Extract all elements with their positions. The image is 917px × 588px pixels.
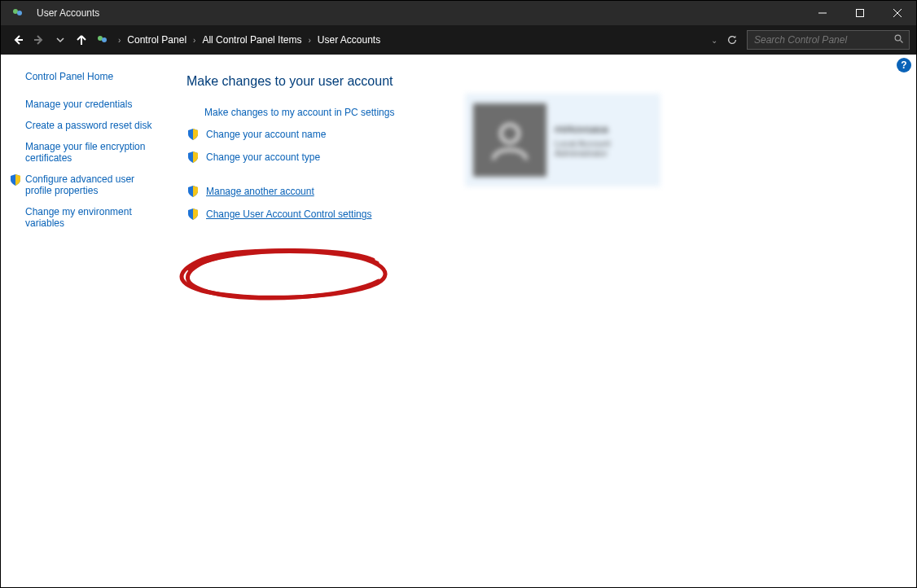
sidebar-item-label[interactable]: Manage your file encryption certificates bbox=[25, 141, 159, 164]
window-system-buttons bbox=[804, 1, 916, 25]
up-button[interactable] bbox=[71, 29, 92, 51]
forward-button[interactable] bbox=[29, 29, 50, 51]
user-name: mirkovsasa bbox=[555, 123, 611, 135]
breadcrumb: › Control Panel › All Control Panel Item… bbox=[115, 29, 384, 51]
sidebar-item-env-variables: Change my environment variables bbox=[25, 206, 159, 229]
sidebar-item-label[interactable]: Create a password reset disk bbox=[25, 120, 151, 131]
action-link[interactable]: Change your account name bbox=[206, 129, 326, 140]
chevron-right-icon: › bbox=[115, 36, 124, 45]
sidebar-item-label[interactable]: Configure advanced user profile properti… bbox=[25, 173, 159, 196]
sidebar-item-password-reset-disk: Create a password reset disk bbox=[25, 120, 159, 131]
recent-dropdown-button[interactable] bbox=[50, 29, 71, 51]
address-dropdown-button[interactable]: ⌄ bbox=[711, 36, 717, 45]
shield-icon bbox=[186, 128, 200, 141]
minimize-button[interactable] bbox=[804, 1, 841, 25]
breadcrumb-item[interactable]: All Control Panel Items bbox=[199, 34, 305, 46]
breadcrumb-item[interactable]: User Accounts bbox=[314, 34, 384, 46]
svg-point-12 bbox=[501, 125, 519, 143]
shield-icon bbox=[186, 208, 200, 221]
app-icon bbox=[11, 6, 25, 20]
sidebar-item-advanced-profile: Configure advanced user profile properti… bbox=[25, 173, 159, 196]
svg-point-10 bbox=[895, 35, 901, 41]
sidebar-item-manage-credentials: Manage your credentials bbox=[25, 99, 159, 110]
shield-icon bbox=[186, 185, 200, 198]
breadcrumb-icon bbox=[95, 33, 110, 47]
user-info: mirkovsasa Local Account Administrator bbox=[555, 123, 611, 158]
search-input[interactable] bbox=[752, 33, 889, 46]
content-area: ? Control Panel Home Manage your credent… bbox=[1, 55, 916, 587]
action-manage-another-account: Manage another account bbox=[186, 185, 900, 198]
chevron-right-icon: › bbox=[190, 36, 199, 45]
sidebar-item-file-encryption-certs: Manage your file encryption certificates bbox=[25, 141, 159, 164]
shield-icon bbox=[9, 173, 22, 189]
action-link[interactable]: Change your account type bbox=[206, 151, 320, 163]
sidebar-item-label[interactable]: Change my environment variables bbox=[25, 206, 159, 229]
action-change-uac-settings: Change User Account Control settings bbox=[186, 208, 900, 221]
svg-point-1 bbox=[17, 11, 22, 15]
search-icon[interactable] bbox=[894, 34, 904, 46]
main-panel: Make changes to your user account Make c… bbox=[170, 55, 916, 587]
control-panel-home-link[interactable]: Control Panel Home bbox=[25, 71, 159, 82]
navigation-bar: › Control Panel › All Control Panel Item… bbox=[1, 25, 916, 55]
sidebar-item-label[interactable]: Manage your credentials bbox=[25, 99, 132, 110]
svg-line-11 bbox=[901, 40, 903, 42]
window-title: User Accounts bbox=[37, 7, 99, 19]
user-account-type: Local Account bbox=[555, 138, 611, 148]
shield-icon bbox=[186, 151, 200, 164]
action-link[interactable]: Make changes to my account in PC setting… bbox=[204, 107, 394, 118]
svg-rect-3 bbox=[857, 10, 864, 17]
page-heading: Make changes to your user account bbox=[186, 74, 900, 89]
user-role: Administrator bbox=[555, 148, 611, 158]
refresh-button[interactable] bbox=[722, 30, 742, 50]
action-link[interactable]: Manage another account bbox=[206, 186, 314, 197]
window: User Accounts bbox=[0, 0, 917, 588]
svg-point-9 bbox=[102, 37, 107, 42]
action-group-2: Manage another account Change User Accou… bbox=[186, 185, 900, 221]
chevron-right-icon: › bbox=[305, 36, 314, 45]
action-link[interactable]: Change User Account Control settings bbox=[206, 208, 371, 220]
sidebar: Control Panel Home Manage your credentia… bbox=[1, 55, 170, 587]
search-box[interactable] bbox=[747, 30, 910, 50]
titlebar: User Accounts bbox=[1, 1, 916, 25]
maximize-button[interactable] bbox=[841, 1, 879, 25]
user-card: mirkovsasa Local Account Administrator bbox=[465, 94, 660, 186]
breadcrumb-item[interactable]: Control Panel bbox=[124, 34, 190, 46]
avatar bbox=[473, 103, 546, 177]
close-button[interactable] bbox=[879, 1, 916, 25]
back-button[interactable] bbox=[7, 29, 29, 51]
